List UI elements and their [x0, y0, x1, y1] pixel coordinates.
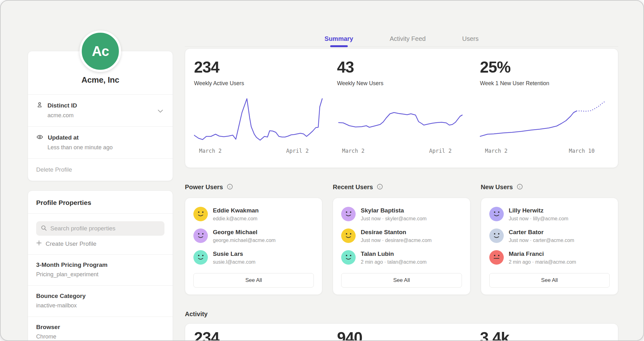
info-icon: i	[227, 184, 233, 191]
x-axis-start: March 2	[342, 148, 365, 154]
new-users-see-all-button[interactable]: See All	[489, 273, 610, 288]
recent-users-info-button[interactable]: i	[377, 184, 383, 191]
user-name: Talan Lubin	[361, 250, 426, 257]
tab-summary-label: Summary	[325, 35, 353, 42]
person-icon	[36, 102, 43, 110]
eye-icon	[36, 134, 43, 142]
property-label: 3-Month Pricing Program	[36, 261, 164, 268]
distinct-id-label: Distinct ID	[47, 102, 77, 109]
distinct-id-row: Distinct ID acme.com	[28, 95, 173, 126]
avatar-face-icon	[341, 206, 356, 222]
distinct-id-value: acme.com	[47, 112, 164, 119]
list-item[interactable]: Desirae Stanton Just now · desirare@acme…	[341, 228, 462, 243]
tab-activity-feed-label: Activity Feed	[390, 35, 425, 42]
tab-users-label: Users	[462, 35, 479, 42]
svg-text:i: i	[230, 185, 230, 189]
recent-users-heading: Recent Users i	[333, 184, 470, 191]
x-axis-end: April 2	[286, 148, 309, 154]
list-item[interactable]: Talan Lubin 2 min ago · talan@acme.com	[341, 250, 462, 265]
week1-retention-sparkline	[480, 94, 609, 145]
divider	[28, 213, 173, 214]
power-users-card: Eddie Kwakman eddie.k@acme.com George Mi…	[185, 198, 322, 295]
property-value: inactive-mailbox	[36, 302, 164, 309]
user-subtitle: Just now · lilly@acme.com	[509, 216, 569, 222]
info-icon: i	[377, 184, 383, 191]
avatar-face-icon	[193, 206, 208, 222]
power-users-info-button[interactable]: i	[227, 184, 233, 191]
user-name: Maria Franci	[509, 250, 576, 257]
user-name: Susie Lars	[213, 250, 255, 257]
tab-summary[interactable]: Summary	[324, 35, 354, 42]
weekly-new-users-sparkline	[337, 94, 466, 145]
x-axis-start: March 2	[485, 148, 508, 154]
avatar-face-icon	[489, 250, 504, 265]
property-label: Browser	[36, 324, 164, 331]
stat-value: 43	[337, 58, 466, 76]
stat-label: Weekly Active Users	[194, 80, 323, 87]
avatar-face-icon	[193, 250, 208, 265]
create-user-profile-label: Create User Profile	[46, 240, 97, 247]
property-value: Pricing_plan_experiment	[36, 271, 164, 278]
create-user-profile-button[interactable]: Create User Profile	[36, 240, 164, 247]
list-item[interactable]: Susie Lars susie.l@acme.com	[193, 250, 314, 265]
activity-stat-value: 3.4k	[480, 329, 609, 341]
list-item[interactable]: Eddie Kwakman eddie.k@acme.com	[193, 207, 314, 222]
property-row: 3-Month Pricing Program Pricing_plan_exp…	[28, 255, 173, 285]
stat-value: 234	[194, 58, 323, 76]
avatar	[193, 250, 208, 265]
app-window: Ac Acme, Inc Distinct ID acme.com	[0, 0, 644, 341]
user-subtitle: george.michael@acme.com	[213, 238, 275, 243]
delete-profile-button[interactable]: Delete Profile	[28, 159, 173, 181]
weekly-active-users-sparkline	[194, 94, 323, 145]
recent-users-card: Skylar Baptista Just now · skyler@acme.c…	[333, 198, 470, 295]
user-subtitle: Just now · carter@acme.com	[509, 238, 574, 243]
user-subtitle: Just now · skyler@acme.com	[361, 216, 426, 222]
profile-properties-card: Profile Properties Create User Profile 3…	[28, 190, 173, 341]
active-tab-underline	[330, 45, 348, 47]
x-axis-labels: March 2 April 2	[194, 145, 323, 154]
recent-users-see-all-button[interactable]: See All	[341, 273, 462, 288]
info-icon: i	[517, 184, 523, 191]
distinct-id-expand-button[interactable]	[156, 107, 165, 116]
avatar-face-icon	[341, 250, 356, 265]
user-list-cards: Eddie Kwakman eddie.k@acme.com George Mi…	[185, 198, 618, 295]
new-users-title: New Users	[481, 184, 513, 191]
list-item[interactable]: Maria Franci 2 min ago · maria@acme.com	[489, 250, 610, 265]
search-icon	[41, 225, 47, 233]
new-users-info-button[interactable]: i	[517, 184, 523, 191]
tab-activity-feed[interactable]: Activity Feed	[389, 35, 426, 42]
user-name: George Michael	[213, 228, 275, 236]
avatar	[193, 228, 208, 243]
user-name: Lilly Herwitz	[509, 207, 569, 214]
avatar-face-icon	[489, 228, 504, 244]
stat-weekly-new-users: 43 Weekly New Users March 2 April 2	[337, 58, 466, 160]
user-subtitle: 2 min ago · maria@acme.com	[509, 259, 576, 265]
list-item[interactable]: Skylar Baptista Just now · skyler@acme.c…	[341, 207, 462, 222]
updated-at-label: Updated at	[48, 134, 79, 141]
property-label: Bounce Category	[36, 293, 164, 300]
x-axis-labels: March 2 March 10	[480, 145, 609, 154]
stat-label: Weekly New Users	[337, 80, 466, 87]
profile-properties-search-input[interactable]	[50, 225, 160, 232]
property-row: Browser Chrome	[28, 317, 173, 341]
property-value: Chrome	[36, 333, 164, 340]
user-name: Carter Bator	[509, 228, 574, 236]
avatar	[489, 228, 504, 243]
svg-text:i: i	[380, 185, 380, 189]
activity-stat-value: 234	[194, 329, 323, 341]
stat-label: Week 1 New User Retention	[480, 80, 609, 87]
list-item[interactable]: Lilly Herwitz Just now · lilly@acme.com	[489, 207, 610, 222]
avatar	[193, 207, 208, 221]
avatar	[341, 228, 356, 243]
user-subtitle: susie.l@acme.com	[213, 259, 255, 265]
updated-at-value: Less than one minute ago	[47, 144, 164, 151]
user-subtitle: eddie.k@acme.com	[213, 216, 259, 222]
user-subtitle: Just now · desirare@acme.com	[361, 238, 431, 243]
user-name: Skylar Baptista	[361, 207, 426, 214]
tab-users[interactable]: Users	[462, 35, 479, 42]
list-item[interactable]: George Michael george.michael@acme.com	[193, 228, 314, 243]
avatar-face-icon	[489, 206, 504, 222]
tab-bar: Summary Activity Feed Users	[185, 35, 618, 47]
list-item[interactable]: Carter Bator Just now · carter@acme.com	[489, 228, 610, 243]
power-users-see-all-button[interactable]: See All	[193, 273, 314, 288]
